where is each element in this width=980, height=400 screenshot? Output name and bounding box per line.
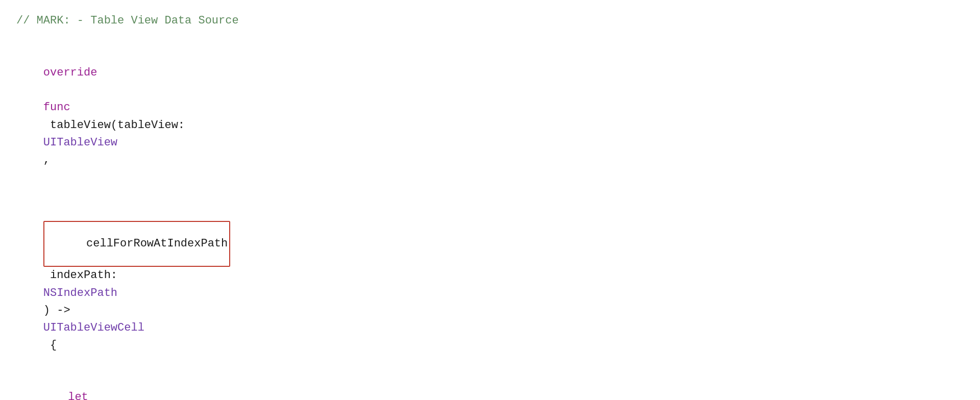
comment-line: // MARK: - Table View Data Source (16, 12, 964, 30)
arrow: ) -> (43, 304, 77, 317)
code-block: // MARK: - Table View Data Source overri… (16, 12, 964, 400)
space2: tableView(tableView: (43, 119, 191, 132)
method-name: cellForRowAtIndexPath (86, 237, 228, 250)
line-cellforrow: cellForRowAtIndexPath indexPath: NSIndex… (16, 186, 964, 371)
line-let-cell: let cell = tableView. dequeueReusableCel… (16, 371, 964, 400)
open-brace: { (43, 339, 57, 352)
type-nsindexpath: NSIndexPath (43, 287, 117, 299)
keyword-let: let (68, 391, 88, 400)
space1 (43, 84, 50, 96)
type-uitableview: UITableView (43, 136, 117, 149)
indent-spaces (43, 206, 205, 218)
line-func-decl: override func tableView(tableView: UITab… (16, 47, 964, 186)
keyword-override: override (43, 66, 97, 79)
highlight-cellforrowatindexpath: cellForRowAtIndexPath (43, 221, 230, 267)
keyword-func: func (43, 101, 70, 114)
space-before-param: indexPath: (43, 269, 124, 282)
type-uitableviewcell: UITableViewCell (43, 321, 144, 334)
comma: , (43, 154, 50, 166)
blank-line1 (16, 30, 964, 47)
